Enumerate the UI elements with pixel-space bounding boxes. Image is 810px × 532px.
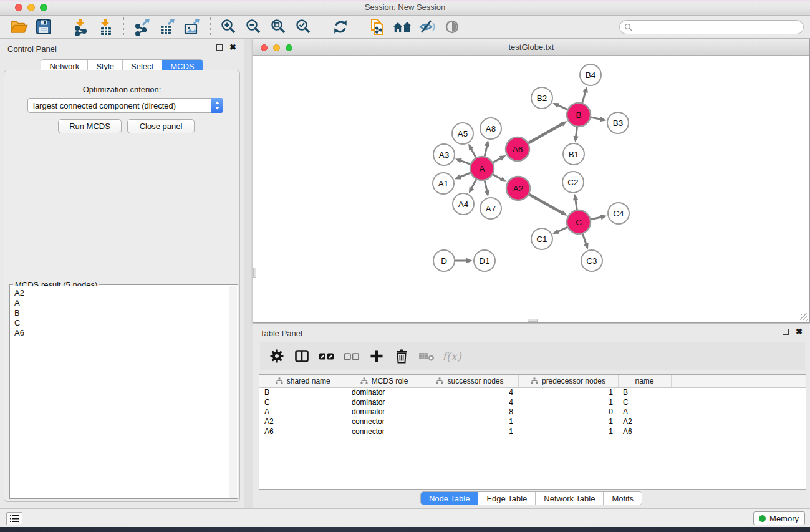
delete-column-trash-icon[interactable]: [391, 346, 412, 367]
criterion-dropdown[interactable]: largest connected component (directed): [27, 98, 223, 113]
network-canvas[interactable]: B4B2BB3B1A5A8A6A3AA1A4A7A2C2CC4C1C3DD1: [253, 56, 809, 321]
search-input[interactable]: [635, 22, 803, 33]
table-row[interactable]: Bdominator41B: [259, 387, 806, 397]
mcds-result-item[interactable]: A2: [11, 288, 237, 298]
zoom-in-icon[interactable]: [218, 17, 240, 37]
graph-edge-A-A2[interactable]: [493, 175, 503, 180]
graph-edge-B-B4[interactable]: [582, 91, 586, 103]
table-cell[interactable]: C: [259, 397, 347, 407]
mcds-result-item[interactable]: A: [11, 298, 237, 308]
table-cell[interactable]: 4: [422, 387, 518, 397]
table-cell[interactable]: A2: [259, 417, 347, 427]
table-cell[interactable]: connector: [347, 427, 422, 437]
left-grip[interactable]: [253, 268, 256, 278]
table-cell[interactable]: A2: [618, 417, 671, 427]
graph-edge-A-A7[interactable]: [485, 181, 487, 192]
create-column-icon[interactable]: [366, 346, 387, 367]
close-panel-icon[interactable]: ✖: [229, 44, 236, 51]
table-cell[interactable]: A6: [259, 427, 347, 437]
table-cell[interactable]: A: [618, 407, 671, 417]
table-cell[interactable]: 1: [518, 387, 618, 397]
duplicate-network-icon[interactable]: [366, 17, 388, 37]
table-row[interactable]: A2connector11A2: [259, 417, 806, 427]
tab-edge-table[interactable]: Edge Table: [478, 492, 535, 505]
graph-edge-A-A1[interactable]: [459, 173, 470, 177]
table-cell[interactable]: 0: [518, 407, 618, 417]
select-all-columns-icon[interactable]: [316, 346, 337, 367]
resize-grip-icon[interactable]: [800, 313, 808, 321]
export-image-icon[interactable]: [181, 17, 203, 37]
tab-node-table[interactable]: Node Table: [421, 492, 478, 505]
show-graphics-details-icon[interactable]: [441, 17, 463, 37]
column-header-shared-name[interactable]: shared name: [259, 375, 347, 387]
column-header-mcds-role[interactable]: MCDS role: [347, 375, 422, 387]
graph-edge-A-A8[interactable]: [485, 145, 487, 156]
node-table-grid[interactable]: shared nameMCDS rolesuccessor nodesprede…: [259, 375, 806, 436]
graph-edge-B-B3[interactable]: [591, 117, 602, 120]
bottom-grip[interactable]: [528, 319, 538, 322]
table-cell[interactable]: A: [259, 407, 347, 417]
graph-edge-A-A5[interactable]: [471, 148, 476, 158]
table-cell[interactable]: A6: [618, 427, 671, 437]
float-panel-icon[interactable]: [783, 329, 789, 335]
table-cell[interactable]: dominator: [347, 387, 422, 397]
import-network-icon[interactable]: [69, 17, 92, 37]
close-panel-icon[interactable]: ✖: [796, 329, 803, 335]
zoom-fit-icon[interactable]: [268, 17, 290, 37]
export-network-icon[interactable]: [131, 17, 153, 37]
graph-edge-A-A6[interactable]: [493, 158, 502, 163]
table-row[interactable]: A6connector11A6: [259, 427, 806, 437]
table-cell[interactable]: 1: [518, 417, 618, 427]
graph-edge-C-C2[interactable]: [576, 199, 577, 210]
column-header-successor-nodes[interactable]: successor nodes: [422, 375, 518, 387]
mcds-result-item[interactable]: B: [11, 308, 237, 318]
graph-edge-C-C3[interactable]: [582, 234, 586, 244]
table-cell[interactable]: dominator: [347, 397, 422, 407]
tab-network-table[interactable]: Network Table: [535, 492, 603, 505]
column-header-predecessor-nodes[interactable]: predecessor nodes: [518, 375, 618, 387]
memory-button[interactable]: Memory: [753, 511, 805, 525]
float-panel-icon[interactable]: [216, 44, 223, 51]
column-header-name[interactable]: name: [618, 375, 671, 387]
table-cell[interactable]: 1: [422, 417, 518, 427]
mcds-result-item[interactable]: C: [11, 318, 237, 328]
zoom-out-icon[interactable]: [243, 17, 265, 37]
result-scrollbar[interactable]: [229, 286, 237, 498]
table-cell[interactable]: connector: [347, 417, 422, 427]
table-row[interactable]: Adominator80A: [259, 407, 806, 417]
unselect-all-columns-icon[interactable]: [341, 346, 362, 367]
refresh-icon[interactable]: [329, 17, 352, 37]
tab-motifs[interactable]: Motifs: [603, 492, 642, 505]
home-icon[interactable]: [391, 17, 413, 37]
table-cell[interactable]: 1: [422, 427, 518, 437]
open-session-icon[interactable]: [7, 17, 30, 37]
graph-edge-A-A4[interactable]: [471, 180, 476, 189]
table-row[interactable]: Cdominator41C: [259, 397, 806, 407]
table-cell[interactable]: 1: [518, 427, 618, 437]
graph-edge-C-C1[interactable]: [557, 227, 567, 231]
hide-graphics-details-icon[interactable]: [416, 17, 438, 37]
table-cell[interactable]: 4: [422, 397, 518, 407]
table-cell[interactable]: dominator: [347, 407, 422, 417]
table-cell[interactable]: 8: [422, 407, 518, 417]
table-cell[interactable]: B: [618, 387, 671, 397]
close-panel-button[interactable]: Close panel: [127, 119, 195, 133]
graph-edge-A2-C[interactable]: [529, 195, 562, 213]
table-settings-gear-icon[interactable]: [266, 346, 287, 367]
graph-edge-A-A3[interactable]: [460, 160, 470, 164]
mcds-result-item[interactable]: A6: [11, 328, 237, 338]
table-cell[interactable]: 1: [518, 397, 618, 407]
graph-edge-C-C4[interactable]: [591, 217, 602, 220]
import-table-icon[interactable]: [94, 17, 117, 37]
mcds-result-list[interactable]: A2ABCA6: [11, 286, 237, 498]
graph-edge-B-B2[interactable]: [557, 105, 567, 109]
table-cell[interactable]: C: [618, 397, 671, 407]
task-history-button[interactable]: [6, 512, 22, 525]
network-window-titlebar[interactable]: testGlobe.txt: [253, 39, 809, 56]
graph-edge-B-B1[interactable]: [576, 127, 577, 137]
zoom-selected-icon[interactable]: [292, 17, 315, 37]
save-session-icon[interactable]: [32, 17, 55, 37]
run-mcds-button[interactable]: Run MCDS: [58, 119, 122, 133]
table-cell[interactable]: B: [259, 387, 347, 397]
export-table-icon[interactable]: [156, 17, 178, 37]
